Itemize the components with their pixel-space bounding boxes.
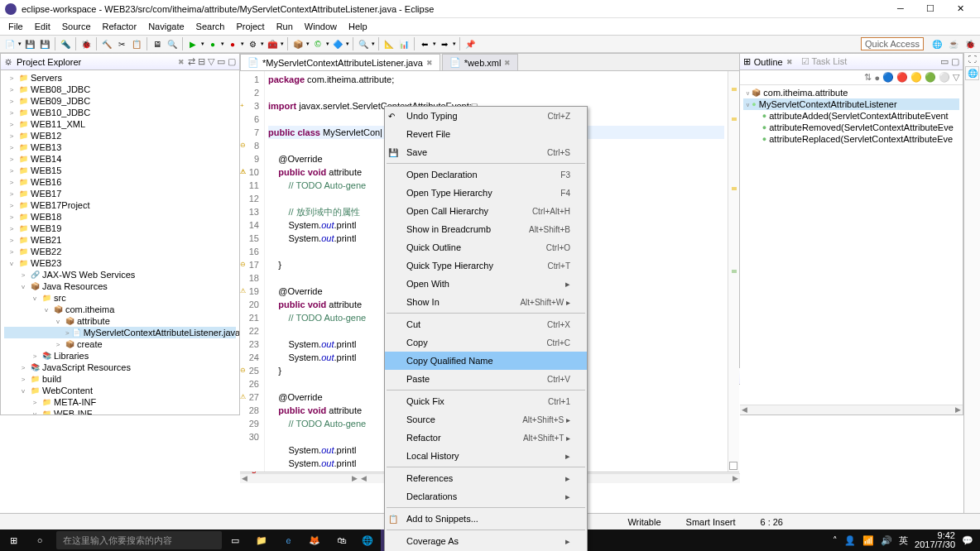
ctx-open-call-hierarchy[interactable]: Open Call HierarchyCtrl+Alt+H [385,202,587,220]
filter-icon[interactable]: 🔍 [166,37,179,50]
hide-icon[interactable]: ● [874,73,880,83]
build-icon[interactable]: 🔨 [100,37,113,50]
explorer-icon[interactable]: 📁 [248,529,275,551]
menu-navigate[interactable]: Navigate [143,22,189,31]
tree-item[interactable]: >📁WEB09_JDBC [4,95,236,107]
ctx-open-declaration[interactable]: Open DeclarationF3 [385,165,587,184]
tree-item[interactable]: >📁META-INF [4,396,236,408]
tree-item[interactable]: v📦com.itheima [4,304,236,315]
paste-icon[interactable]: 📋 [130,37,143,50]
tree-item[interactable]: >📁WEB10_JDBC [4,107,236,118]
debug2-icon[interactable]: ● [226,37,239,50]
max3-icon[interactable]: ▢ [951,56,959,67]
new-icon[interactable]: 📄 [3,37,17,50]
a-icon[interactable]: 📐 [382,37,396,50]
maximize-button[interactable]: ☐ [920,3,940,14]
minimap[interactable]: ⛶ 🌐 [963,53,980,549]
outline-tree[interactable]: v📦com.itheima.attributev●MyServletContex… [740,85,963,405]
tree-item[interactable]: >📁WEB11_XML [4,118,236,130]
tree-item[interactable]: >📁WEB19 [4,223,236,234]
ctx-paste[interactable]: PasteCtrl+V [385,370,587,388]
menu-search[interactable]: Search [191,22,230,31]
menu-edit[interactable]: Edit [30,22,55,31]
debug-icon[interactable]: 🐞 [79,37,93,50]
search-icon[interactable]: 🔍 [357,37,370,50]
tray-up-icon[interactable]: ˄ [833,535,838,546]
project-tree[interactable]: >📁Servers>📁WEB08_JDBC>📁WEB09_JDBC>📁WEB10… [1,70,239,414]
menu-run[interactable]: Run [271,22,298,31]
linkwith-icon[interactable]: ⇄ [188,56,195,67]
newif-icon[interactable]: 🔷 [331,37,344,50]
collapse-icon[interactable]: ⊟ [198,56,205,67]
tray-notif-icon[interactable]: 💬 [962,535,973,546]
menu-refactor[interactable]: Refactor [98,22,142,31]
cortana-icon[interactable]: ○ [26,529,53,551]
start-button[interactable]: ⊞ [0,529,26,551]
max-icon[interactable]: ▢ [228,56,236,67]
f1-icon[interactable]: 🔵 [882,72,894,83]
coverage-icon[interactable]: ▶ [186,37,199,50]
tray-ime-icon[interactable]: 英 [899,534,908,547]
tree-item[interactable]: >📁WEB17 [4,188,236,199]
tree-item[interactable]: v📁WEB23 [4,257,236,269]
ctx-open-type-hierarchy[interactable]: Open Type HierarchyF4 [385,184,587,202]
min-icon[interactable]: ▭ [217,56,225,67]
sort-icon[interactable]: ⇅ [864,72,872,83]
b-icon[interactable]: 📊 [397,37,411,50]
tray-wifi-icon[interactable]: 📶 [862,535,874,546]
pin-icon[interactable]: 📌 [464,37,477,50]
debug-perspective-icon[interactable]: 🐞 [963,37,977,50]
edge-icon[interactable]: ｅ [275,529,301,551]
tree-item[interactable]: >📁WEB16 [4,176,236,188]
menu-project[interactable]: Project [231,22,269,31]
tree-item[interactable]: >📁WEB15 [4,165,236,176]
tray-clock[interactable]: 9:42 2017/7/30 [915,531,955,549]
close-button[interactable]: ✕ [950,3,970,14]
tree-item[interactable]: >📁WEB12 [4,130,236,141]
run-icon[interactable]: ● [206,37,219,50]
editor-tab[interactable]: 📄*MyServletContextAttributeListener.java… [240,54,440,70]
editor-tab[interactable]: 📄*web.xml✖ [442,54,519,70]
ctx-declarations[interactable]: Declarations▸ [385,487,587,505]
newpkg-icon[interactable]: 📦 [291,37,305,50]
outline-item[interactable]: v📦com.itheima.attribute [743,87,959,98]
tree-item[interactable]: >📄MyServletContextAttributeListener.java [4,327,236,338]
store-icon[interactable]: 🛍 [328,529,354,551]
cut-icon[interactable]: ✂ [115,37,128,50]
ctx-copy-qualified-name[interactable]: Copy Qualified Name [385,352,587,370]
ctx-refactor[interactable]: RefactorAlt+Shift+T ▸ [385,429,587,447]
quick-access[interactable]: Quick Access [861,37,924,50]
tree-item[interactable]: >📚JavaScript Resources [4,362,236,373]
java-perspective-icon[interactable]: ☕ [947,37,960,50]
menu-window[interactable]: Window [300,22,342,31]
ctx-local-history[interactable]: Local History▸ [385,447,587,465]
tree-item[interactable]: >📁WEB13 [4,141,236,153]
tree-item[interactable]: >📁WEB18 [4,211,236,223]
tree-item[interactable]: v📦attribute [4,315,236,327]
tree-item[interactable]: >📁WEB17Project [4,199,236,211]
ctx-copy[interactable]: CopyCtrl+C [385,333,587,352]
f3-icon[interactable]: 🟡 [910,72,922,83]
tree-item[interactable]: >📁build [4,373,236,385]
taskview-icon[interactable]: ▭ [222,529,248,551]
ctx-cut[interactable]: CutCtrl+X [385,315,587,333]
back-icon[interactable]: ⬅ [418,37,431,50]
tree-item[interactable]: >📁Servers [4,72,236,84]
saveall-icon[interactable]: 💾 [38,37,51,50]
fwd-icon[interactable]: ➡ [438,37,451,50]
outline-item[interactable]: ●attributeRemoved(ServletContextAttribut… [743,122,959,133]
tray-people-icon[interactable]: 👤 [844,535,856,546]
min3-icon[interactable]: ▭ [940,56,949,67]
tree-item[interactable]: >📁WEB21 [4,234,236,246]
external-icon[interactable]: 🧰 [266,37,279,50]
minimize-button[interactable]: ─ [891,3,910,14]
outline-item[interactable]: ●attributeReplaced(ServletContextAttribu… [743,133,959,145]
ctx-source[interactable]: SourceAlt+Shift+S ▸ [385,410,587,429]
ctx-undo-typing[interactable]: ↶Undo TypingCtrl+Z [385,107,587,125]
menu-file[interactable]: File [3,22,28,31]
search-input[interactable]: 在这里输入你要搜索的内容 [56,531,222,549]
tray-vol-icon[interactable]: 🔊 [881,535,892,546]
newclass-icon[interactable]: © [311,37,324,50]
f4-icon[interactable]: 🟢 [925,72,936,83]
ctx-quick-fix[interactable]: Quick FixCtrl+1 [385,392,587,410]
